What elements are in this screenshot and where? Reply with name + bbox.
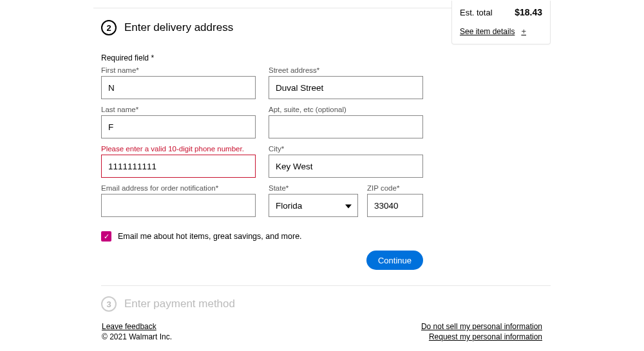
first-name-input[interactable] — [101, 76, 256, 99]
city-input[interactable] — [269, 155, 423, 178]
street-address-input[interactable] — [269, 76, 423, 99]
email-input[interactable] — [101, 194, 256, 217]
page-footer: Leave feedback © 2021 Walmart Inc. Do no… — [102, 322, 542, 343]
email-label: Email address for order notification* — [101, 184, 256, 192]
see-item-details-text: See item details — [460, 27, 515, 36]
email-optin-label: Email me about hot items, great savings,… — [118, 232, 302, 241]
continue-button[interactable]: Continue — [366, 251, 423, 270]
last-name-input[interactable] — [101, 115, 256, 138]
first-name-label: First name* — [101, 66, 256, 74]
email-optin-checkbox[interactable]: ✓ — [101, 231, 111, 242]
step-2-title: Enter delivery address — [124, 21, 233, 34]
est-total-value: $18.43 — [515, 7, 542, 17]
step-3-title: Enter payment method — [124, 298, 235, 310]
check-icon: ✓ — [104, 233, 109, 240]
plus-icon: + — [521, 26, 526, 36]
state-select[interactable] — [269, 194, 358, 217]
step-3-number: 3 — [101, 296, 117, 312]
apt-input[interactable] — [269, 115, 423, 138]
required-field-note: Required field * — [101, 53, 423, 62]
zip-input[interactable] — [367, 194, 423, 217]
est-total-label: Est. total — [460, 8, 493, 17]
street-address-label: Street address* — [269, 66, 423, 74]
apt-label: Apt, suite, etc (optional) — [269, 106, 423, 113]
last-name-label: Last name* — [101, 106, 256, 113]
phone-input[interactable] — [101, 155, 256, 178]
state-label: State* — [269, 184, 358, 192]
order-summary-card: Est. total $18.43 See item details + — [451, 1, 551, 44]
city-label: City* — [269, 145, 423, 153]
phone-error-label: Please enter a valid 10-digit phone numb… — [101, 145, 256, 153]
see-item-details-link[interactable]: See item details + — [460, 26, 542, 36]
copyright-text: © 2021 Walmart Inc. — [102, 332, 172, 341]
do-not-sell-link[interactable]: Do not sell my personal information — [421, 322, 542, 331]
step-2-number: 2 — [101, 20, 117, 35]
zip-label: ZIP code* — [367, 184, 423, 192]
request-info-link[interactable]: Request my personal information — [421, 332, 542, 341]
step-3-header: 3 Enter payment method — [101, 285, 551, 312]
leave-feedback-link[interactable]: Leave feedback — [102, 322, 156, 331]
